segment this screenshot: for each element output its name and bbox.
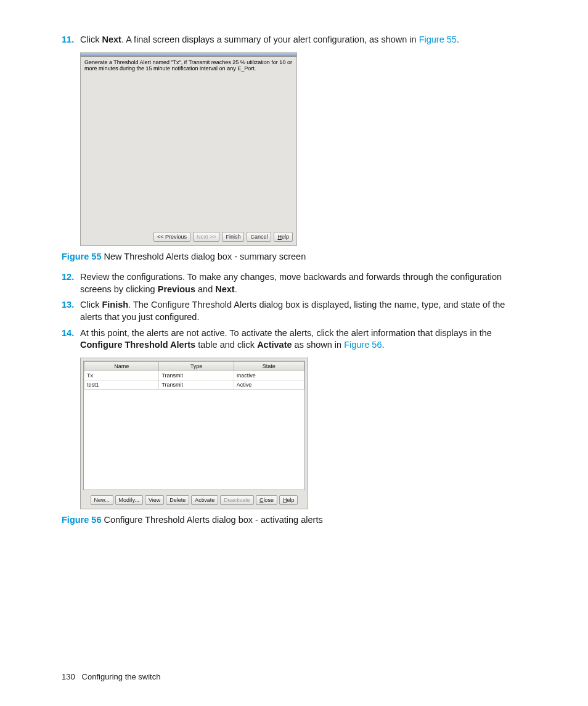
figure-55-dialog: Generate a Threshold Alert named "Tx", i… [80, 52, 297, 246]
step-text: . [235, 284, 237, 294]
figure-56-dialog: Name Type State Tx Transmit Inactive tes… [80, 358, 308, 509]
new-button[interactable]: New... [91, 495, 113, 505]
table-header-row: Name Type State [84, 361, 304, 371]
section-title: Configuring the switch [82, 672, 161, 681]
figure-56-caption: Figure 56 Configure Threshold Alerts dia… [62, 514, 526, 527]
cell-name: Tx [84, 371, 159, 380]
cell-type: Transmit [159, 371, 234, 380]
step-text: At this point, the alerts are not active… [80, 328, 492, 338]
dialog-summary-text: Generate a Threshold Alert named "Tx", i… [81, 57, 296, 229]
dialog-button-row: << Previous Next >> Finish Cancel Help [81, 229, 296, 245]
cancel-button[interactable]: Cancel [247, 232, 271, 242]
link-figure-56[interactable]: Figure 56 [344, 340, 382, 350]
cell-name: test1 [84, 380, 159, 389]
step-number: 11. [62, 34, 74, 46]
alerts-table: Name Type State Tx Transmit Inactive tes… [84, 361, 304, 390]
figure-55-caption: Figure 55 New Threshold Alerts dialog bo… [62, 251, 526, 263]
figure-caption-text: New Threshold Alerts dialog box - summar… [101, 252, 306, 261]
next-button: Next >> [193, 232, 220, 242]
col-state[interactable]: State [234, 361, 304, 371]
alerts-table-container: Name Type State Tx Transmit Inactive tes… [83, 361, 305, 490]
link-figure-55[interactable]: Figure 55 [419, 35, 457, 44]
deactivate-button: Deactivate [220, 495, 254, 505]
col-type[interactable]: Type [159, 361, 234, 371]
help-button[interactable]: Help [279, 495, 298, 505]
ui-term-finish: Finish [102, 300, 128, 310]
figure-label: Figure 56 [62, 515, 101, 525]
ui-term-next: Next [102, 35, 121, 44]
step-text: . [457, 35, 459, 44]
ui-term-next: Next [215, 284, 234, 294]
figure-label: Figure 55 [62, 252, 101, 261]
view-button[interactable]: View [145, 495, 164, 505]
document-page: 11. Click Next. A final screen displays … [0, 0, 588, 553]
step-text: . [382, 340, 384, 350]
help-button[interactable]: Help [274, 232, 293, 242]
table-row[interactable]: Tx Transmit Inactive [84, 371, 304, 380]
activate-button[interactable]: Activate [191, 495, 218, 505]
page-number: 130 [62, 672, 75, 681]
previous-button[interactable]: << Previous [153, 232, 190, 242]
step-14: 14. At this point, the alerts are not ac… [62, 327, 526, 509]
step-number: 13. [62, 299, 74, 311]
delete-button[interactable]: Delete [166, 495, 189, 505]
step-text: as shown in [292, 340, 345, 350]
step-12: 12. Review the configurations. To make a… [62, 271, 526, 295]
step-number: 14. [62, 327, 74, 340]
step-number: 12. [62, 271, 74, 284]
step-11: 11. Click Next. A final screen displays … [62, 34, 526, 246]
step-text: . A final screen displays a summary of y… [121, 35, 419, 44]
cell-type: Transmit [159, 380, 234, 389]
instruction-list-cont: 12. Review the configurations. To make a… [62, 271, 526, 509]
step-text: Click [80, 35, 102, 44]
cell-state: Active [234, 380, 304, 389]
step-13: 13. Click Finish. The Configure Threshol… [62, 299, 526, 323]
modify-button[interactable]: Modify... [115, 495, 143, 505]
instruction-list: 11. Click Next. A final screen displays … [62, 34, 526, 246]
dialog-button-row: New... Modify... View Delete Activate De… [81, 493, 308, 509]
step-text: . The Configure Threshold Alerts dialog … [80, 300, 505, 322]
page-footer: 130 Configuring the switch [62, 671, 160, 683]
ui-term-table: Configure Threshold Alerts [80, 340, 195, 350]
cell-state: Inactive [234, 371, 304, 380]
close-button[interactable]: Close [256, 495, 277, 505]
finish-button[interactable]: Finish [222, 232, 244, 242]
ui-term-activate: Activate [257, 340, 292, 350]
step-text: Click [80, 300, 102, 310]
table-row[interactable]: test1 Transmit Active [84, 380, 304, 389]
figure-caption-text: Configure Threshold Alerts dialog box - … [101, 515, 322, 525]
step-text: table and click [195, 340, 257, 350]
col-name[interactable]: Name [84, 361, 159, 371]
ui-term-previous: Previous [158, 284, 195, 294]
step-text: and [195, 284, 215, 294]
step-text: Review the configurations. To make any c… [80, 272, 502, 294]
